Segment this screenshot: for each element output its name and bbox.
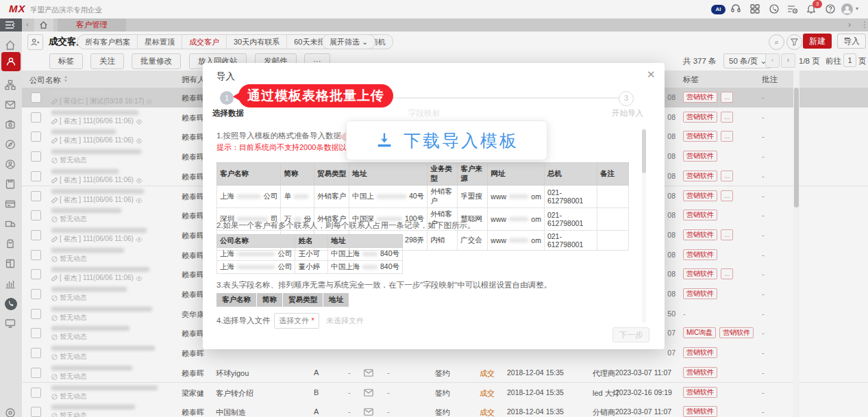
required-asterisk: * (311, 316, 314, 325)
sample1-header: 地址 (349, 163, 427, 186)
sample-header-chips: 客户名称简称贸易类型地址 (216, 293, 349, 307)
download-template-tooltip[interactable]: 下载导入模板 (346, 121, 547, 160)
instruction-4: 4.选择导入文件 (216, 316, 271, 326)
upload-callout-banner: 通过模板表格批量上传 (238, 84, 393, 108)
sample2-row: 上海公司董小婷中国上海840号 (217, 261, 403, 274)
sample1-header: 客户来源 (458, 163, 488, 186)
import-modal: 导入 ✕ 1 选择数据 字段映射 3 开始导入 通过模板表格批量上传 1.按照导… (203, 63, 665, 349)
sample1-header: 网址 (488, 163, 545, 186)
instruction-2: 2.如果一个客户有多个联系人，则每个联系人占用一条记录，如下图所示。 (216, 220, 475, 231)
header-chip: 地址 (323, 293, 349, 307)
no-file-text: 未选择文件 (326, 316, 364, 326)
instruction-3: 3.表头字段名称、排列顺序无需与系统完全一致，在下一步"字段映射"中可以根据设置… (216, 280, 551, 290)
sample1-header: 业务类型 (427, 163, 458, 186)
header-chip: 简称 (257, 293, 282, 307)
download-icon (375, 131, 394, 150)
download-tooltip-label: 下载导入模板 (404, 129, 519, 152)
sample1-header: 总机 (544, 163, 597, 186)
header-chip: 客户名称 (216, 293, 256, 307)
sample-table-contacts: 公司名称姓名地址上海公司王小可中国上海840号上海公司董小婷中国上海840号 (216, 234, 403, 274)
sample1-header: 贸易类型 (314, 163, 349, 186)
sample1-header: 备注 (597, 163, 629, 186)
scrollbar-thumb[interactable] (794, 88, 799, 207)
choose-file-button[interactable]: 选择文件 * (274, 313, 319, 329)
sample1-header: 简称 (281, 163, 314, 186)
sample2-header: 姓名 (295, 235, 328, 248)
step3-label: 开始导入 (612, 108, 643, 118)
sample1-header: 客户名称 (217, 163, 281, 186)
sample2-header: 公司名称 (217, 235, 295, 248)
modal-scrollbar-thumb[interactable] (642, 129, 646, 173)
sample2-header: 地址 (328, 235, 403, 248)
step1-label: 选择数据 (212, 108, 244, 118)
step1-circle: 1 (220, 91, 234, 105)
page-scrollbar[interactable] (793, 71, 799, 417)
close-icon[interactable]: ✕ (647, 68, 656, 81)
next-step-button[interactable]: 下一步 (612, 327, 649, 342)
modal-title: 导入 (216, 71, 235, 83)
step3-circle: 3 (619, 91, 634, 106)
header-chip: 贸易类型 (283, 293, 323, 307)
sample2-row: 上海公司王小可中国上海840号 (217, 248, 403, 261)
modal-scrollbar[interactable] (642, 128, 646, 323)
step2-label: 字段映射 (408, 108, 440, 118)
sample1-row: 上海公司单外销客户中国上40号外销客户孚盟搜wwwom021-612798001 (217, 186, 629, 208)
